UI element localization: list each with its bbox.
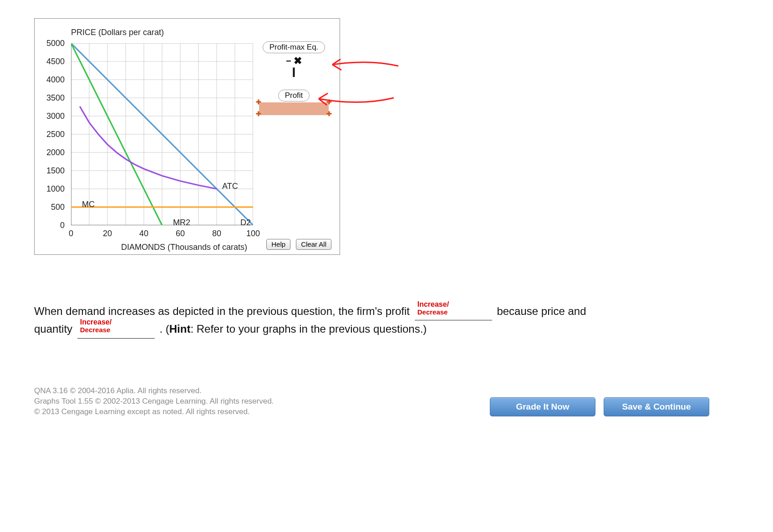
x-tick: 20 bbox=[103, 229, 112, 238]
x-axis-ticks: 020406080100 bbox=[71, 229, 253, 240]
profit-swatch-icon: ✚ ✚ ✚ ✚ bbox=[256, 100, 331, 115]
answer-blank-1[interactable]: Increase/ Decrease bbox=[415, 303, 492, 320]
profit-max-tool[interactable]: Profit-max Eq. − ✖❙ bbox=[256, 41, 331, 76]
profit-max-label-pill: Profit-max Eq. bbox=[263, 41, 325, 53]
x-axis-title: DIAMONDS (Thousands of carats) bbox=[121, 243, 247, 252]
x-tick: 0 bbox=[69, 229, 73, 238]
y-axis-title: PRICE (Dollars per carat) bbox=[71, 28, 164, 37]
profit-max-marker-icon: − ✖❙ bbox=[256, 56, 331, 76]
question-text: When demand increases as depicted in the… bbox=[34, 303, 627, 339]
graph-tools: Profit-max Eq. − ✖❙ Profit ✚ ✚ ✚ ✚ bbox=[256, 41, 331, 115]
save-continue-button[interactable]: Save & Continue bbox=[604, 397, 709, 416]
blank-annotation: Increase/ Decrease bbox=[80, 319, 112, 334]
graph-button-row: Help Clear All bbox=[266, 239, 331, 250]
blank-annotation: Increase/ Decrease bbox=[417, 301, 449, 316]
x-tick: 80 bbox=[212, 229, 221, 238]
curve-label-atc: ATC bbox=[222, 182, 238, 191]
y-tick: 4000 bbox=[46, 75, 65, 85]
y-tick: 0 bbox=[60, 221, 65, 230]
curve-label-mr2: MR2 bbox=[173, 218, 190, 228]
profit-label-pill: Profit bbox=[278, 90, 310, 101]
answer-blank-2[interactable]: Increase/ Decrease bbox=[77, 320, 155, 338]
x-tick: 60 bbox=[176, 229, 185, 238]
x-tick: 100 bbox=[246, 229, 260, 238]
curves bbox=[71, 43, 253, 225]
y-tick: 1000 bbox=[46, 184, 65, 194]
graph-panel: PRICE (Dollars per carat) 05001000150020… bbox=[34, 18, 340, 255]
y-tick: 3000 bbox=[46, 111, 65, 121]
hint-text: : Refer to your graphs in the previous q… bbox=[190, 323, 427, 335]
plot-area[interactable]: MCMR2D2ATC bbox=[71, 43, 253, 225]
profit-area-tool[interactable]: Profit ✚ ✚ ✚ ✚ bbox=[256, 90, 331, 115]
y-tick: 5000 bbox=[46, 39, 65, 48]
hint-label: Hint bbox=[169, 323, 191, 335]
y-tick: 2000 bbox=[46, 148, 65, 157]
copyright-line: QNA 3.16 © 2004-2016 Aplia. All rights r… bbox=[34, 386, 274, 396]
x-tick: 40 bbox=[139, 229, 148, 238]
copyright-line: © 2013 Cengage Learning except as noted.… bbox=[34, 407, 274, 417]
grade-it-now-button[interactable]: Grade It Now bbox=[490, 397, 595, 416]
y-axis-ticks: 0500100015002000250030003500400045005000 bbox=[35, 43, 68, 225]
copyright-block: QNA 3.16 © 2004-2016 Aplia. All rights r… bbox=[34, 386, 274, 417]
question-part: . ( bbox=[159, 323, 169, 335]
y-tick: 4500 bbox=[46, 57, 65, 66]
help-button[interactable]: Help bbox=[266, 239, 290, 250]
clear-all-button[interactable]: Clear All bbox=[296, 239, 331, 250]
curve-label-mc: MC bbox=[82, 200, 95, 209]
copyright-line: Graphs Tool 1.55 © 2002-2013 Cengage Lea… bbox=[34, 396, 274, 407]
question-part: When demand increases as depicted in the… bbox=[34, 305, 413, 317]
y-tick: 1500 bbox=[46, 166, 65, 176]
y-tick: 3500 bbox=[46, 93, 65, 103]
curve-label-d2: D2 bbox=[240, 218, 251, 228]
y-tick: 500 bbox=[51, 203, 65, 212]
y-tick: 2500 bbox=[46, 130, 65, 139]
